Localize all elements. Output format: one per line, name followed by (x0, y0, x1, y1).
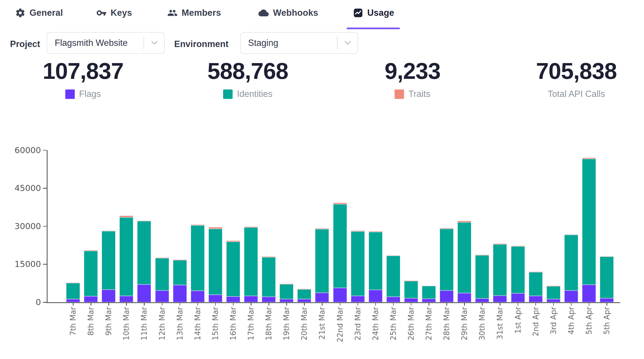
bar-segment-flags (137, 284, 151, 302)
bar-segment-traits (262, 256, 276, 257)
x-tick (553, 303, 554, 306)
stat-traits: 9,233 Traits (384, 60, 440, 99)
chevron-down-icon (151, 41, 158, 45)
project-select[interactable]: Flagsmith Website (47, 32, 165, 54)
x-tick (464, 303, 465, 306)
y-axis-line (47, 150, 48, 303)
chart-icon (353, 8, 363, 18)
bar-23rd-mar (351, 231, 365, 302)
bar-segment-flags (155, 290, 169, 302)
bar-segment-traits (475, 255, 489, 255)
flags-total: 107,837 (43, 60, 123, 83)
active-tab-underline (347, 28, 400, 29)
bar-1st-apr (511, 246, 525, 302)
bar-segment-flags (564, 290, 578, 302)
key-icon (96, 8, 107, 18)
bar-segment-flags (66, 299, 80, 302)
x-tick (482, 303, 483, 306)
bar-segment-flags (102, 290, 115, 302)
environment-select[interactable]: Staging (240, 32, 358, 54)
tab-label: Webhooks (273, 8, 318, 18)
bar-25th-mar (386, 255, 400, 302)
bar-segment-identities (600, 257, 614, 298)
bar-28th-mar (440, 228, 453, 302)
bar-segment-identities (564, 235, 578, 291)
x-tick (589, 303, 590, 306)
bar-segment-identities (582, 159, 596, 285)
bar-segment-traits (226, 241, 240, 242)
bar-segment-traits (386, 255, 400, 256)
environment-label: Environment (174, 39, 228, 49)
x-tick (73, 303, 74, 306)
bar-segment-traits (209, 227, 222, 229)
x-tick (91, 303, 91, 306)
bar-segment-identities (440, 229, 453, 290)
bar-segment-identities (84, 251, 98, 296)
api-calls-label: Total API Calls (548, 89, 605, 99)
usage-page: General Keys Members Webhooks Usage Proj… (0, 0, 644, 359)
y-tick-label: 60000 (9, 145, 41, 155)
x-tick (215, 303, 216, 306)
bar-segment-flags (297, 299, 311, 302)
x-tick (411, 303, 412, 306)
bar-segment-identities (422, 286, 436, 298)
x-axis-line (47, 302, 620, 303)
tab-usage[interactable]: Usage (353, 5, 394, 21)
bar-segment-flags (547, 299, 560, 302)
bar-segment-identities (333, 204, 347, 288)
tab-webhooks[interactable]: Webhooks (258, 5, 318, 21)
identities-legend-swatch (223, 89, 233, 99)
x-tick (518, 303, 519, 306)
bar-segment-flags (262, 297, 276, 302)
stat-total-api-calls: 705,838 Total API Calls (536, 60, 617, 99)
tab-members[interactable]: Members (167, 5, 221, 21)
bar-segment-traits (511, 246, 525, 247)
bar-segment-identities (244, 227, 258, 296)
flags-legend-swatch (65, 89, 75, 99)
bar-segment-traits (600, 256, 614, 257)
tab-keys[interactable]: Keys (96, 5, 132, 21)
bar-segment-traits (280, 284, 293, 284)
tab-label: Members (182, 8, 221, 18)
bar-13th-mar (173, 260, 187, 302)
bar-19th-mar (280, 284, 293, 302)
bar-30th-mar (475, 255, 489, 302)
bar-segment-identities (280, 284, 293, 299)
x-tick (180, 303, 180, 306)
x-tick (268, 303, 269, 306)
bar-segment-flags (422, 299, 436, 302)
x-tick (144, 303, 145, 306)
bar-segment-flags (244, 296, 258, 302)
bar-segment-traits (422, 286, 436, 286)
chevron-down-icon (344, 41, 351, 45)
x-tick (358, 303, 358, 306)
bar-segment-flags (209, 295, 222, 302)
bar-20th-mar (297, 289, 311, 302)
bar-segment-traits (66, 282, 80, 283)
y-tick (43, 264, 47, 265)
x-tick (233, 303, 234, 306)
bar-segment-identities (173, 260, 187, 285)
bar-segment-flags (226, 296, 240, 302)
bar-segment-flags (493, 296, 507, 302)
bar-4th-apr (564, 234, 578, 302)
bar-24th-mar (369, 231, 382, 302)
bar-segment-identities (511, 246, 525, 293)
x-tick (108, 303, 109, 306)
members-icon (167, 8, 178, 18)
bar-segment-identities (209, 229, 222, 295)
bar-3rd-apr (547, 286, 560, 302)
tab-label: Keys (111, 8, 132, 18)
bar-segment-identities (155, 258, 169, 290)
bar-segment-identities (475, 255, 489, 298)
bar-segment-traits (404, 281, 418, 281)
stat-flags: 107,837 Flags (43, 60, 123, 99)
bar-segment-flags (600, 298, 614, 302)
settings-tab-bar: General Keys Members Webhooks Usage (0, 5, 644, 28)
select-divider (337, 37, 337, 49)
x-tick (162, 303, 163, 306)
bar-2nd-apr (529, 272, 543, 302)
bar-5th-apr (600, 256, 614, 302)
tab-general[interactable]: General (15, 5, 63, 21)
bar-segment-traits (102, 231, 115, 231)
